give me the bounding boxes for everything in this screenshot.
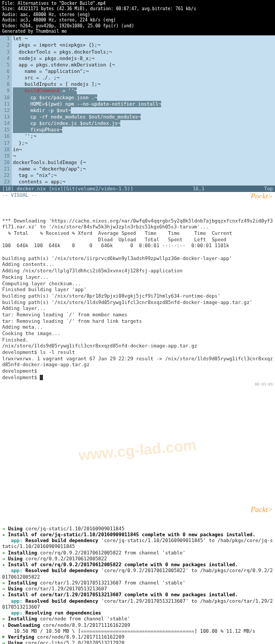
terminal-line: *** Downloading 'https://cache.nixos.org… xyxy=(2,218,273,231)
hab-line: ★ Install of core/jq-static/1.10/2016090… xyxy=(2,532,273,538)
code-line[interactable]: let ¬ xyxy=(12,35,275,42)
line-number-gutter: 1234567891011121314151617181920212223 xyxy=(0,35,12,185)
terminal-line: Adding /nix/store/llplg73ldhhci2i65m3xvn… xyxy=(2,268,273,275)
meta-size: Size: 44321171 bytes (42.36 MiB), durati… xyxy=(2,6,273,12)
line-number: 18 xyxy=(2,146,10,153)
code-line[interactable]: mkdir -p $out¬ xyxy=(12,107,275,114)
code-line[interactable]: name = "application";¬ xyxy=(12,68,275,75)
packt-logo-2: Packt> xyxy=(251,505,273,515)
meta-generator: Generated by Thumbnail me xyxy=(2,29,273,34)
terminal-line: Cooking the image... xyxy=(2,331,273,337)
terminal-line: Finished building layer 'app' xyxy=(2,287,273,293)
hab-line: ★ Install of core/tar/1.29/2017051321360… xyxy=(2,592,273,598)
terminal-line: tar: Removing leading `/' from hard link… xyxy=(2,319,273,325)
habitat-output[interactable]: Packt> → Using core/jq-static/1.10/20160… xyxy=(0,513,275,644)
code-line[interactable]: dockerTools = pkgs.dockerTools;¬ xyxy=(12,49,275,55)
terminal-line: building path(s) '/nix/store/8pr18z9pjxi… xyxy=(2,293,273,300)
hab-line: » Installing core/tar/1.29/2017051321360… xyxy=(2,580,273,586)
code-line[interactable]: ¬ xyxy=(12,153,275,159)
terminal-line: Finished. xyxy=(2,337,273,344)
terminal-line: building path(s) '/nix/store/1lds9d05ryw… xyxy=(2,300,273,306)
code-line[interactable]: dockerTools.buildImage {¬ xyxy=(12,159,275,166)
hab-line: app: Resolved build dependency 'core/tar… xyxy=(2,598,273,611)
line-number: 6 xyxy=(2,68,10,75)
code-line[interactable]: HOME=$(pwd) npm --no-update-notifier ins… xyxy=(12,101,275,107)
line-number: 16 xyxy=(2,133,10,139)
terminal-line: building path(s) '/nix/store/iirprvcd6kw… xyxy=(2,256,273,262)
terminal-line: Adding meta... xyxy=(2,324,273,331)
editor-mode: -- VISUAL -- Packt> xyxy=(0,192,275,198)
code-line[interactable]: buildCommand = ''¬ xyxy=(12,87,275,94)
line-number: 2 xyxy=(2,42,10,48)
terminal-line: lrwxrwxrwx. 1 vagrant vagrant 67 Jan 29 … xyxy=(2,356,273,368)
hab-line: → Using core/rq/0.9.2/20170612005822 xyxy=(2,556,273,562)
code-line[interactable]: in¬ xyxy=(12,146,275,153)
timestamp-1: 00:03:09 xyxy=(255,382,273,387)
watermark-text: www.cg-lad.com xyxy=(78,437,197,464)
terminal-line: development$ ls -l result xyxy=(2,350,273,356)
line-number: 22 xyxy=(2,172,10,179)
code-area[interactable]: let ¬ pkgs = import <nixpkgs> {};¬ docke… xyxy=(12,35,275,185)
line-number: 4 xyxy=(2,55,10,62)
terminal-line: Adding layer... xyxy=(2,306,273,312)
line-number: 15 xyxy=(2,127,10,133)
meta-video: Video: h264, yuv420p, 1920x1080, 25.00 f… xyxy=(2,24,273,29)
code-line[interactable]: src = ./. ;¬ xyxy=(12,75,275,81)
code-editor[interactable]: 1234567891011121314151617181920212223 le… xyxy=(0,35,275,185)
line-number: 14 xyxy=(2,120,10,127)
code-line[interactable]: contents = app;¬ xyxy=(12,179,275,185)
watermark-area: www.cg-lad.com xyxy=(0,388,275,513)
line-number: 3 xyxy=(2,49,10,55)
code-line[interactable]: };¬ xyxy=(12,140,275,146)
code-line[interactable]: buildInputs = [ nodejs ];¬ xyxy=(12,81,275,87)
terminal-line: Computing layer checksum... xyxy=(2,281,273,287)
code-line[interactable]: fixupPhase¬ xyxy=(12,127,275,133)
hab-line: » Installing core/node from channel 'sta… xyxy=(2,616,273,622)
terminal-line: tar: Removing leading `/' from member na… xyxy=(2,312,273,319)
line-number: 5 xyxy=(2,62,10,68)
line-number: 23 xyxy=(2,179,10,185)
terminal-line: development$ xyxy=(2,375,273,381)
hab-line: ↓ Downloading core/node/8.9.1/2017111616… xyxy=(2,623,273,628)
code-line[interactable]: name = "dockerhp/app";¬ xyxy=(12,166,275,172)
line-number: 10 xyxy=(2,94,10,101)
terminal-line: Packing layer... xyxy=(2,275,273,281)
hab-line: → Using core/gcc-libs/5.2.0/201705132129… xyxy=(2,640,273,644)
status-file: [10] docker.nix [nix][Git(volume2/video-… xyxy=(2,186,133,191)
hab-line: ★ Install of core/rq/0.9.2/2017061200582… xyxy=(2,562,273,568)
line-number: 11 xyxy=(2,101,10,107)
line-number: 19 xyxy=(2,153,10,159)
terminal-line xyxy=(2,212,273,218)
status-pos: 16,1 xyxy=(193,186,205,191)
line-number: 9 xyxy=(2,87,10,94)
hab-line: » Installing core/rq/0.9.2/2017061200582… xyxy=(2,550,273,556)
code-line[interactable]: tag = "nix";¬ xyxy=(12,172,275,179)
terminal-line: Adding contents... xyxy=(2,262,273,268)
terminal-line: development$ xyxy=(2,368,273,375)
code-line[interactable]: app = pkgs.stdenv.mkDerivation {¬ xyxy=(12,62,275,68)
code-line[interactable]: nodejs = pkgs.nodejs-8_x;¬ xyxy=(12,55,275,62)
terminal-line: 100 646k 100 646k 0 0 646k 0 0:00:01 --:… xyxy=(2,243,273,249)
code-line[interactable]: cp $src/package.json .¬ xyxy=(12,94,275,101)
video-metadata: File: Alternatives to "Docker Build".mp4… xyxy=(0,0,275,35)
code-line[interactable]: cp -rf node_modules $out/node_modules¬ xyxy=(12,114,275,120)
hab-line: app: Resolving run dependencies xyxy=(2,610,273,616)
terminal-output-1[interactable]: *** Downloading 'https://cache.nixos.org… xyxy=(0,198,275,389)
terminal-line: /nix/store/1lds9d05rywg1ifcl3cnr8xxqzd85… xyxy=(2,343,273,350)
code-line[interactable]: cp $src/index.js $out/index.js¬ xyxy=(12,120,275,127)
meta-audio2: Audio: ac3, 48000 Hz, stereo, 224 kb/s (… xyxy=(2,18,273,23)
terminal-line: Dload Upload Total Spent Left Speed xyxy=(2,237,273,243)
status-top: Top xyxy=(264,186,273,191)
line-number: 20 xyxy=(2,159,10,166)
terminal-line: % Total % Received % Xferd Average Speed… xyxy=(2,231,273,237)
hab-line: 10.50 MB / 10.50 MB \ [=================… xyxy=(2,628,273,634)
line-number: 7 xyxy=(2,75,10,81)
code-line[interactable]: pkgs = import <nixpkgs> {};¬ xyxy=(12,42,275,48)
hab-line: → Using core/tar/1.29/20170513213607 xyxy=(2,586,273,592)
meta-audio1: Audio: aac, 48000 Hz, stereo (eng) xyxy=(2,12,273,18)
meta-file: File: Alternatives to "Docker Build".mp4 xyxy=(2,1,273,6)
code-line[interactable]: '';¬ xyxy=(12,133,275,139)
line-number: 1 xyxy=(2,35,10,42)
line-number: 13 xyxy=(2,114,10,120)
hab-line: app: Resolved build dependency 'core/rq/… xyxy=(2,568,273,580)
